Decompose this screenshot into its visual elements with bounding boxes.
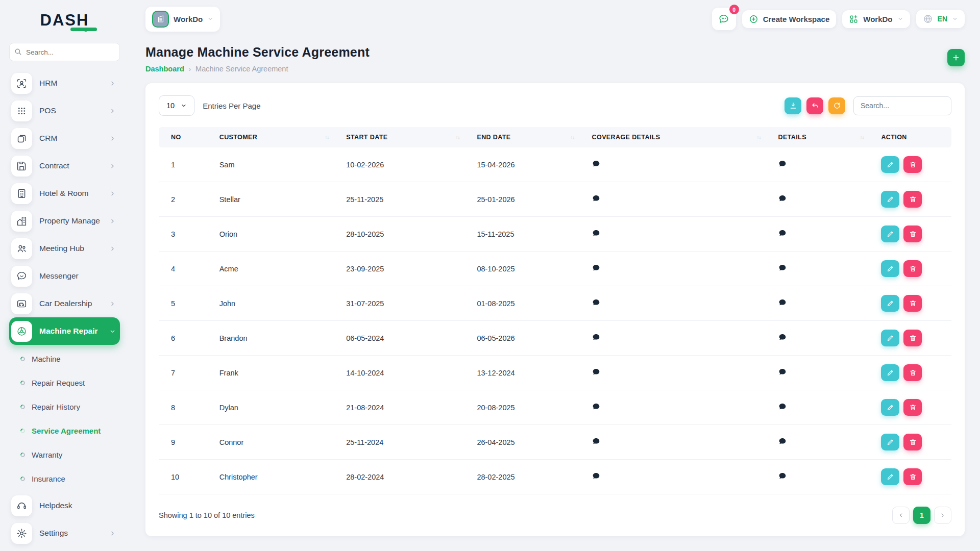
coverage-comment-icon[interactable] bbox=[592, 368, 600, 376]
previous-page-button[interactable] bbox=[892, 507, 910, 524]
trash-icon bbox=[909, 473, 917, 481]
details-comment-icon[interactable] bbox=[778, 194, 787, 203]
breadcrumb-dashboard-link[interactable]: Dashboard bbox=[145, 65, 184, 73]
language-selector[interactable]: EN bbox=[916, 10, 965, 28]
sidebar-item-label: Helpdesk bbox=[39, 501, 72, 510]
delete-button[interactable] bbox=[903, 295, 922, 312]
coverage-comment-icon[interactable] bbox=[592, 229, 600, 237]
edit-button[interactable] bbox=[881, 156, 899, 173]
sidebar-item-settings[interactable]: Settings bbox=[9, 519, 120, 547]
details-comment-icon[interactable] bbox=[778, 368, 787, 376]
submenu-item-repair-history[interactable]: Repair History bbox=[9, 395, 120, 419]
edit-button[interactable] bbox=[881, 191, 899, 208]
reset-button[interactable] bbox=[806, 97, 823, 114]
edit-button[interactable] bbox=[881, 295, 899, 312]
trash-icon bbox=[909, 299, 917, 307]
details-comment-icon[interactable] bbox=[778, 437, 787, 445]
details-comment-icon[interactable] bbox=[778, 160, 787, 168]
details-comment-icon[interactable] bbox=[778, 298, 787, 307]
details-comment-icon[interactable] bbox=[778, 403, 787, 411]
delete-button[interactable] bbox=[903, 399, 922, 416]
table-body: 1 Sam 10-02-2026 15-04-2026 2 Stellar 25… bbox=[159, 147, 951, 494]
sidebar-search-input[interactable] bbox=[9, 43, 120, 61]
coverage-comment-icon[interactable] bbox=[592, 333, 600, 341]
plus-circle-icon bbox=[749, 14, 758, 24]
page-1-button[interactable]: 1 bbox=[913, 507, 930, 524]
details-comment-icon[interactable] bbox=[778, 472, 787, 480]
sidebar-item-messenger[interactable]: Messenger bbox=[9, 262, 120, 290]
create-workspace-button[interactable]: Create Workspace bbox=[742, 10, 837, 28]
sidebar-item-helpdesk[interactable]: Helpdesk bbox=[9, 492, 120, 519]
edit-button[interactable] bbox=[881, 399, 899, 416]
sort-icon[interactable]: ↑↓ bbox=[571, 135, 582, 140]
details-comment-icon[interactable] bbox=[778, 264, 787, 272]
cell-customer: Orion bbox=[214, 217, 341, 252]
delete-button[interactable] bbox=[903, 434, 922, 450]
submenu-item-warranty[interactable]: Warranty bbox=[9, 443, 120, 467]
cell-no: 6 bbox=[159, 321, 214, 356]
details-comment-icon[interactable] bbox=[778, 229, 787, 237]
coverage-comment-icon[interactable] bbox=[592, 194, 600, 203]
sidebar-item-hrm[interactable]: HRM bbox=[9, 69, 120, 97]
sidebar-item-meeting-hub[interactable]: Meeting Hub bbox=[9, 235, 120, 262]
edit-button[interactable] bbox=[881, 434, 899, 450]
coverage-comment-icon[interactable] bbox=[592, 298, 600, 307]
delete-button[interactable] bbox=[903, 364, 922, 381]
showing-entries-text: Showing 1 to 10 of 10 entries bbox=[159, 511, 255, 519]
delete-button[interactable] bbox=[903, 468, 922, 485]
sidebar-item-car-dealership[interactable]: Car Dealership bbox=[9, 290, 120, 317]
entries-per-page-select[interactable]: 10 bbox=[159, 95, 194, 116]
machine-repair-submenu: Machine Repair Request Repair History Se… bbox=[9, 345, 120, 492]
app-logo[interactable]: DASH bbox=[9, 7, 120, 34]
export-button[interactable] bbox=[785, 97, 801, 114]
coverage-comment-icon[interactable] bbox=[592, 437, 600, 445]
submenu-item-machine[interactable]: Machine bbox=[9, 347, 120, 371]
pencil-icon bbox=[887, 438, 894, 446]
workspace-switcher[interactable]: WorkDo bbox=[842, 10, 910, 28]
refresh-button[interactable] bbox=[828, 97, 845, 114]
submenu-item-service-agreement[interactable]: Service Agreement bbox=[9, 419, 120, 443]
sort-icon[interactable]: ↑↓ bbox=[455, 135, 467, 140]
cell-end-date: 01-08-2025 bbox=[472, 286, 586, 321]
cell-start-date: 28-02-2024 bbox=[341, 460, 472, 494]
chevron-down-icon bbox=[109, 328, 116, 335]
sidebar-item-property-manage[interactable]: Property Manage bbox=[9, 207, 120, 235]
sidebar-item-hotel-room[interactable]: Hotel & Room bbox=[9, 180, 120, 207]
edit-button[interactable] bbox=[881, 364, 899, 381]
sidebar-item-crm[interactable]: CRM bbox=[9, 124, 120, 152]
delete-button[interactable] bbox=[903, 156, 922, 173]
table-search-input[interactable] bbox=[853, 96, 951, 115]
delete-button[interactable] bbox=[903, 330, 922, 346]
submenu-item-insurance[interactable]: Insurance bbox=[9, 467, 120, 491]
coverage-comment-icon[interactable] bbox=[592, 472, 600, 480]
submenu-item-label: Repair Request bbox=[32, 379, 85, 387]
trash-icon bbox=[909, 195, 917, 203]
sort-icon[interactable]: ↑↓ bbox=[757, 135, 768, 140]
coverage-comment-icon[interactable] bbox=[592, 403, 600, 411]
coverage-comment-icon[interactable] bbox=[592, 264, 600, 272]
workspace-pill[interactable]: WorkDo bbox=[145, 7, 220, 32]
edit-button[interactable] bbox=[881, 468, 899, 485]
edit-button[interactable] bbox=[881, 226, 899, 242]
messages-button[interactable]: 0 bbox=[712, 8, 736, 30]
page-header: Manage Machine Service Agreement Dashboa… bbox=[145, 45, 965, 73]
pencil-icon bbox=[887, 473, 894, 481]
edit-button[interactable] bbox=[881, 330, 899, 346]
next-page-button[interactable] bbox=[934, 507, 951, 524]
delete-button[interactable] bbox=[903, 191, 922, 208]
contract-icon bbox=[11, 156, 32, 177]
edit-button[interactable] bbox=[881, 260, 899, 277]
table-header-row: NO CUSTOMER↑↓ START DATE↑↓ END DATE↑↓ CO… bbox=[159, 127, 951, 147]
sort-icon[interactable]: ↑↓ bbox=[325, 135, 336, 140]
delete-button[interactable] bbox=[903, 226, 922, 242]
cell-start-date: 28-10-2025 bbox=[341, 217, 472, 252]
sidebar-item-contract[interactable]: Contract bbox=[9, 152, 120, 180]
submenu-item-repair-request[interactable]: Repair Request bbox=[9, 371, 120, 395]
sidebar-item-pos[interactable]: POS bbox=[9, 97, 120, 124]
coverage-comment-icon[interactable] bbox=[592, 160, 600, 168]
delete-button[interactable] bbox=[903, 260, 922, 277]
sidebar-item-machine-repair[interactable]: Machine Repair bbox=[9, 317, 120, 345]
details-comment-icon[interactable] bbox=[778, 333, 787, 341]
sort-icon[interactable]: ↑↓ bbox=[860, 135, 871, 140]
create-agreement-button[interactable] bbox=[947, 49, 965, 66]
